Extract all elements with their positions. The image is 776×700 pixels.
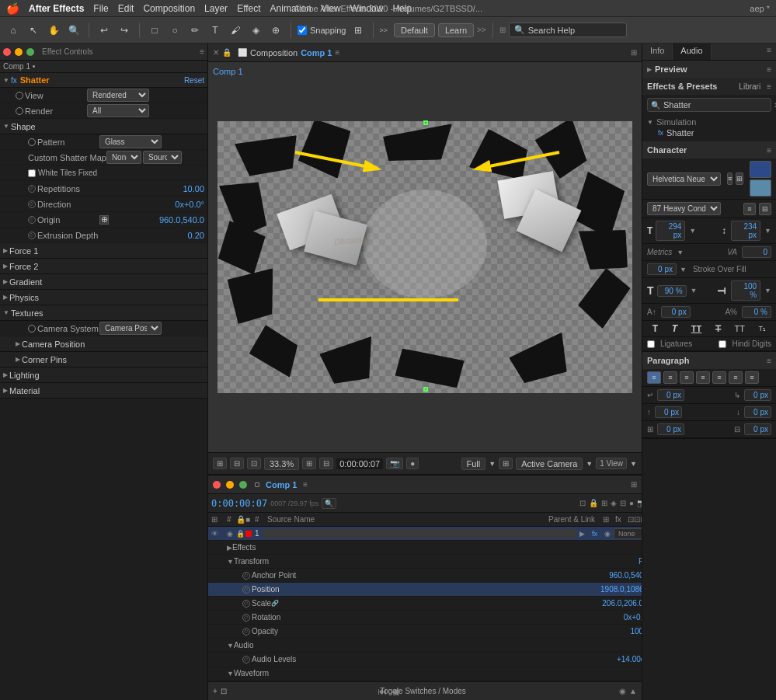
comp-panel-lock[interactable]: 🔒 (222, 48, 231, 57)
shatter-sim-item[interactable]: fx Shatter (647, 127, 771, 139)
comp-views-arrow[interactable]: ▼ (630, 460, 637, 468)
type-bold[interactable]: T (652, 323, 658, 334)
pattern-stopwatch[interactable] (28, 138, 36, 146)
workspace-default[interactable]: Default (394, 23, 435, 37)
fs-arrow[interactable]: ▼ (689, 227, 696, 235)
hs-arrow[interactable]: ▼ (691, 287, 698, 294)
ext-stopwatch[interactable]: ⏱ (28, 232, 36, 239)
render-select[interactable]: All (87, 104, 149, 117)
comp-safe-btn[interactable]: ⊡ (247, 458, 261, 469)
align-right[interactable]: ≡ (680, 371, 694, 384)
tl-pos-sw[interactable]: ⏱ (242, 586, 250, 594)
physics-collapse[interactable]: ▶ (3, 294, 8, 301)
tl-lock-btn[interactable]: 🔒 (589, 499, 598, 507)
comp-zoom-fit2[interactable]: ⊟ (319, 458, 333, 469)
comp-zoom-fit[interactable]: ⊞ (302, 458, 316, 469)
horiz-scale-val[interactable]: 90 % (657, 285, 687, 297)
menu-effect[interactable]: Effect (237, 3, 260, 14)
tab-audio[interactable]: Audio (673, 44, 711, 60)
tl-search-btn[interactable]: 🔍 (322, 498, 336, 509)
tl-step-back[interactable]: ◀ (391, 686, 398, 697)
align-justify-last-center[interactable]: ≡ (729, 371, 743, 384)
tl-anchor-sw[interactable]: ⏱ (242, 572, 250, 580)
tl-close-dot[interactable] (213, 481, 221, 489)
tl-min-dot[interactable] (226, 481, 234, 489)
tl-live-btn[interactable]: ● (629, 499, 634, 507)
shape-collapse[interactable]: ▼ (3, 123, 9, 130)
tl-lock[interactable]: 🔒 (236, 530, 245, 538)
shape-header[interactable]: ▼ Shape (0, 119, 207, 134)
tl-effects-expand[interactable]: ▶ (227, 544, 232, 552)
font-icon-1[interactable]: ≡ (727, 172, 733, 185)
menu-composition[interactable]: Composition (143, 3, 195, 14)
baseline-val[interactable]: 0 px (661, 306, 691, 318)
comp-cam-arrow[interactable]: ▼ (586, 460, 593, 468)
textures-collapse[interactable]: ▼ (3, 309, 9, 316)
type-allcaps[interactable]: TT (735, 324, 745, 333)
tl-rot-value[interactable]: 0x+0.0° (624, 613, 642, 622)
tab-menu[interactable]: ≡ (762, 44, 776, 60)
physics-header[interactable]: ▶ Physics (0, 290, 207, 305)
shatter-collapse[interactable]: ▼ (3, 77, 9, 84)
min-dot[interactable] (15, 48, 23, 56)
fill-color[interactable] (750, 161, 771, 178)
space-after-val[interactable]: 0 px (744, 406, 771, 418)
fw-icon-2[interactable]: ⊟ (759, 203, 771, 215)
repetitions-value[interactable]: 10.00 (183, 184, 204, 193)
workspace-more[interactable]: >> (477, 26, 486, 34)
type-subscript[interactable]: T₁ (759, 325, 767, 333)
lighting-header[interactable]: ▶ Lighting (0, 367, 207, 383)
tl-goto-start[interactable]: ⏮ (378, 686, 387, 697)
vert-scale-val[interactable]: 100 % (731, 280, 760, 301)
tab-info[interactable]: Info (642, 44, 673, 60)
vs-arrow[interactable]: ▼ (764, 287, 771, 294)
toolbar-arrow[interactable]: ↖ (25, 22, 42, 39)
camera-system-select[interactable]: Camera Position (99, 322, 162, 335)
menu-edit[interactable]: Edit (118, 3, 134, 14)
toolbar-snap-icon[interactable]: ⊞ (350, 22, 367, 39)
workspace-learn[interactable]: Learn (438, 23, 474, 37)
source-select[interactable]: Source (143, 151, 182, 164)
align-left[interactable]: ≡ (647, 371, 661, 384)
simulation-folder-header[interactable]: ▼ Simulation (647, 117, 771, 127)
tl-goto-end[interactable]: ◉ (619, 687, 626, 695)
comp-current-time[interactable]: 0:00:00:07 (336, 458, 383, 469)
pattern-select[interactable]: Glass (99, 135, 162, 148)
type-strikethrough[interactable]: T̶ (715, 324, 721, 334)
render-stopwatch[interactable] (16, 107, 23, 115)
leading-val[interactable]: 234 px (731, 221, 760, 241)
gradient-collapse[interactable]: ▶ (3, 278, 8, 285)
comp-render-btn[interactable]: ● (406, 458, 419, 469)
tl-fx-icon[interactable]: fx (592, 530, 604, 538)
custom-map-select[interactable]: None (106, 151, 141, 164)
force2-collapse[interactable]: ▶ (3, 263, 8, 270)
effects-search-input[interactable] (663, 100, 771, 110)
stroke-color[interactable] (750, 179, 771, 197)
tl-solo-all-btn[interactable]: ⊡ (221, 687, 227, 695)
textures-header[interactable]: ▼ Textures (0, 305, 207, 321)
tl-anchor-value[interactable]: 960.0,540.0 (609, 571, 642, 580)
comp-zoom-value[interactable]: 33.3% (264, 458, 299, 470)
comp-quality-value[interactable]: Full (461, 458, 486, 470)
cam-pos-collapse[interactable]: ▶ (16, 340, 20, 347)
comp-views-btn[interactable]: 1 View (596, 458, 627, 469)
tl-shy-btn[interactable]: ⊞ (601, 499, 607, 507)
tl-scale-value[interactable]: 206.0,206.0% (602, 599, 642, 608)
align-justify-all[interactable]: ≡ (745, 371, 759, 384)
tl-current-time[interactable]: 0:00:00:07 (211, 498, 267, 509)
tl-wf-expand[interactable]: ▼ (227, 670, 234, 677)
menu-layer[interactable]: Layer (204, 3, 228, 14)
panel-menu-icon[interactable]: ≡ (200, 47, 204, 56)
ligatures-checkbox[interactable] (647, 340, 655, 348)
tl-scale-sw[interactable]: ⏱ (242, 600, 250, 608)
type-underline[interactable]: TT (691, 324, 701, 333)
toolbar-puppet[interactable]: ⊕ (267, 22, 284, 39)
tl-audio-expand[interactable]: ▼ (227, 642, 234, 650)
comp-quality-arrow[interactable]: ▼ (489, 460, 496, 468)
align-justify-last-left[interactable]: ≡ (712, 371, 726, 384)
tl-layer-expand[interactable]: ▶ (579, 530, 592, 538)
close-dot[interactable] (3, 48, 11, 56)
tl-op-sw[interactable]: ⏱ (242, 628, 250, 636)
space-before-val[interactable]: 0 px (655, 406, 682, 418)
ep-menu[interactable]: ≡ (767, 82, 771, 91)
